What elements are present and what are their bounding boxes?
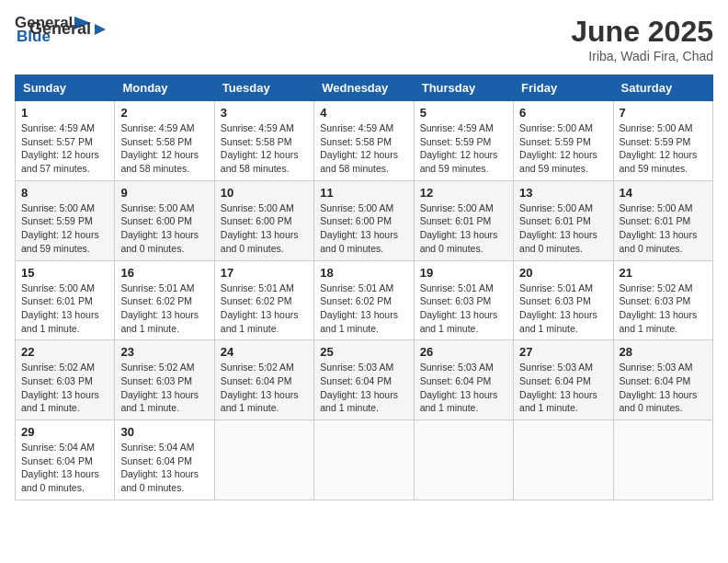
day-info: Sunrise: 5:00 AMSunset: 5:59 PMDaylight:…: [620, 121, 707, 176]
day-info: Sunrise: 5:03 AMSunset: 6:04 PMDaylight:…: [620, 361, 707, 415]
day-number: 7: [620, 106, 707, 120]
day-info: Sunrise: 5:02 AMSunset: 6:04 PMDaylight:…: [221, 361, 308, 415]
calendar-cell: 18Sunrise: 5:01 AMSunset: 6:02 PMDayligh…: [314, 260, 414, 340]
header: General Blue June 2025 Iriba, Wadi Fira,…: [15, 15, 713, 63]
calendar-cell: 23Sunrise: 5:02 AMSunset: 6:03 PMDayligh…: [115, 340, 214, 420]
calendar-cell: 12Sunrise: 5:00 AMSunset: 6:01 PMDayligh…: [414, 180, 513, 260]
calendar-cell: 2Sunrise: 4:59 AMSunset: 5:58 PMDaylight…: [115, 101, 214, 181]
day-info: Sunrise: 5:01 AMSunset: 6:03 PMDaylight:…: [519, 282, 607, 336]
day-info: Sunrise: 4:59 AMSunset: 5:57 PMDaylight:…: [21, 121, 108, 176]
logo-arrow-icon: [91, 20, 109, 39]
day-number: 15: [21, 266, 108, 280]
week-row-4: 22Sunrise: 5:02 AMSunset: 6:03 PMDayligh…: [16, 340, 713, 420]
month-title: June 2025: [571, 15, 713, 49]
calendar-cell: 24Sunrise: 5:02 AMSunset: 6:04 PMDayligh…: [214, 340, 313, 420]
day-number: 9: [120, 186, 208, 200]
day-number: 4: [320, 106, 407, 120]
day-info: Sunrise: 5:02 AMSunset: 6:03 PMDaylight:…: [21, 361, 108, 415]
day-info: Sunrise: 5:01 AMSunset: 6:03 PMDaylight:…: [420, 282, 507, 336]
calendar-cell: 21Sunrise: 5:02 AMSunset: 6:03 PMDayligh…: [613, 260, 712, 340]
header-monday: Monday: [115, 75, 214, 101]
calendar-cell: 14Sunrise: 5:00 AMSunset: 6:01 PMDayligh…: [613, 180, 712, 260]
day-number: 20: [519, 266, 607, 280]
day-number: 10: [221, 186, 308, 200]
week-row-3: 15Sunrise: 5:00 AMSunset: 6:01 PMDayligh…: [16, 260, 713, 340]
calendar-cell: 3Sunrise: 4:59 AMSunset: 5:58 PMDaylight…: [214, 101, 313, 181]
day-number: 17: [221, 266, 308, 280]
day-number: 21: [620, 266, 707, 280]
day-number: 30: [120, 425, 208, 439]
day-number: 16: [120, 266, 208, 280]
header-tuesday: Tuesday: [214, 75, 313, 101]
day-info: Sunrise: 4:59 AMSunset: 5:58 PMDaylight:…: [221, 121, 308, 176]
day-number: 14: [620, 186, 707, 200]
calendar-cell: 11Sunrise: 5:00 AMSunset: 6:00 PMDayligh…: [314, 180, 414, 260]
day-number: 5: [420, 106, 507, 120]
day-number: 6: [519, 106, 607, 120]
calendar-cell: [414, 420, 513, 500]
week-row-5: 29Sunrise: 5:04 AMSunset: 6:04 PMDayligh…: [16, 420, 713, 500]
day-info: Sunrise: 5:00 AMSunset: 5:59 PMDaylight:…: [21, 201, 108, 256]
day-info: Sunrise: 5:04 AMSunset: 6:04 PMDaylight:…: [21, 441, 108, 495]
day-number: 3: [221, 106, 308, 120]
calendar-cell: 13Sunrise: 5:00 AMSunset: 6:01 PMDayligh…: [514, 180, 613, 260]
day-info: Sunrise: 5:00 AMSunset: 6:00 PMDaylight:…: [120, 201, 208, 256]
calendar-cell: 8Sunrise: 5:00 AMSunset: 5:59 PMDaylight…: [16, 180, 115, 260]
logo-text-block: General: [29, 19, 109, 39]
day-info: Sunrise: 4:59 AMSunset: 5:59 PMDaylight:…: [420, 121, 507, 176]
calendar-cell: 29Sunrise: 5:04 AMSunset: 6:04 PMDayligh…: [16, 420, 115, 500]
logo-general: General: [29, 19, 91, 39]
day-info: Sunrise: 5:04 AMSunset: 6:04 PMDaylight:…: [120, 441, 208, 495]
header-saturday: Saturday: [613, 75, 712, 101]
day-number: 28: [620, 345, 707, 359]
day-number: 27: [519, 345, 607, 359]
location-title: Iriba, Wadi Fira, Chad: [571, 49, 713, 63]
week-row-1: 1Sunrise: 4:59 AMSunset: 5:57 PMDaylight…: [16, 101, 713, 181]
calendar-cell: [314, 420, 414, 500]
header-sunday: Sunday: [16, 75, 115, 101]
day-number: 2: [120, 106, 208, 120]
calendar-cell: 27Sunrise: 5:03 AMSunset: 6:04 PMDayligh…: [514, 340, 613, 420]
day-info: Sunrise: 5:02 AMSunset: 6:03 PMDaylight:…: [620, 282, 707, 336]
day-number: 23: [120, 345, 208, 359]
calendar-cell: 5Sunrise: 4:59 AMSunset: 5:59 PMDaylight…: [414, 101, 513, 181]
day-number: 19: [420, 266, 507, 280]
calendar-cell: 1Sunrise: 4:59 AMSunset: 5:57 PMDaylight…: [16, 101, 115, 181]
day-info: Sunrise: 5:03 AMSunset: 6:04 PMDaylight:…: [420, 361, 507, 415]
calendar-header-row: SundayMondayTuesdayWednesdayThursdayFrid…: [16, 75, 713, 101]
day-number: 12: [420, 186, 507, 200]
calendar-cell: 15Sunrise: 5:00 AMSunset: 6:01 PMDayligh…: [16, 260, 115, 340]
calendar-cell: 22Sunrise: 5:02 AMSunset: 6:03 PMDayligh…: [16, 340, 115, 420]
day-number: 13: [519, 186, 607, 200]
day-number: 1: [21, 106, 108, 120]
day-info: Sunrise: 5:02 AMSunset: 6:03 PMDaylight:…: [120, 361, 208, 415]
calendar-cell: 4Sunrise: 4:59 AMSunset: 5:58 PMDaylight…: [314, 101, 414, 181]
week-row-2: 8Sunrise: 5:00 AMSunset: 5:59 PMDaylight…: [16, 180, 713, 260]
calendar-cell: 9Sunrise: 5:00 AMSunset: 6:00 PMDaylight…: [115, 180, 214, 260]
calendar-cell: 30Sunrise: 5:04 AMSunset: 6:04 PMDayligh…: [115, 420, 214, 500]
svg-marker-1: [95, 24, 106, 35]
calendar-cell: 28Sunrise: 5:03 AMSunset: 6:04 PMDayligh…: [613, 340, 712, 420]
calendar-cell: 6Sunrise: 5:00 AMSunset: 5:59 PMDaylight…: [514, 101, 613, 181]
day-info: Sunrise: 5:01 AMSunset: 6:02 PMDaylight:…: [120, 282, 208, 336]
day-info: Sunrise: 5:01 AMSunset: 6:02 PMDaylight:…: [320, 282, 407, 336]
day-info: Sunrise: 5:00 AMSunset: 6:00 PMDaylight:…: [320, 201, 407, 256]
day-info: Sunrise: 5:03 AMSunset: 6:04 PMDaylight:…: [519, 361, 607, 415]
calendar-cell: 16Sunrise: 5:01 AMSunset: 6:02 PMDayligh…: [115, 260, 214, 340]
day-number: 29: [21, 425, 108, 439]
day-number: 8: [21, 186, 108, 200]
day-info: Sunrise: 5:01 AMSunset: 6:02 PMDaylight:…: [221, 282, 308, 336]
day-number: 24: [221, 345, 308, 359]
day-info: Sunrise: 5:00 AMSunset: 5:59 PMDaylight:…: [519, 121, 607, 176]
calendar-cell: 25Sunrise: 5:03 AMSunset: 6:04 PMDayligh…: [314, 340, 414, 420]
header-friday: Friday: [514, 75, 613, 101]
day-info: Sunrise: 5:03 AMSunset: 6:04 PMDaylight:…: [320, 361, 407, 415]
day-info: Sunrise: 5:00 AMSunset: 6:01 PMDaylight:…: [519, 201, 607, 256]
calendar-cell: 26Sunrise: 5:03 AMSunset: 6:04 PMDayligh…: [414, 340, 513, 420]
calendar-cell: 10Sunrise: 5:00 AMSunset: 6:00 PMDayligh…: [214, 180, 313, 260]
day-number: 22: [21, 345, 108, 359]
day-info: Sunrise: 4:59 AMSunset: 5:58 PMDaylight:…: [120, 121, 208, 176]
calendar-cell: 19Sunrise: 5:01 AMSunset: 6:03 PMDayligh…: [414, 260, 513, 340]
day-number: 11: [320, 186, 407, 200]
day-info: Sunrise: 4:59 AMSunset: 5:58 PMDaylight:…: [320, 121, 407, 176]
